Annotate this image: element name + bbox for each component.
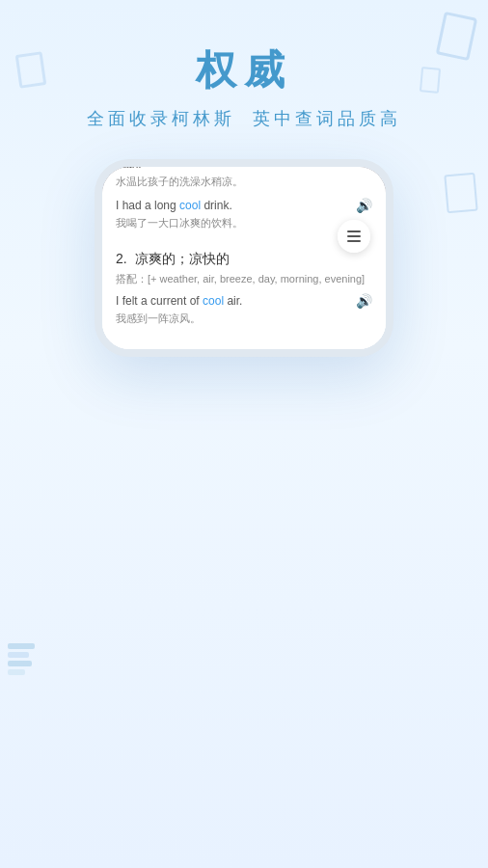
example-1-2: The water was slightly cooler than a chi… bbox=[116, 159, 372, 195]
example-1-3-zh: 我喝了一大口冰爽的饮料。 bbox=[116, 215, 348, 231]
example-2-1-en: I felt a current of cool air. bbox=[116, 292, 348, 310]
left-decoration bbox=[8, 643, 35, 675]
def-2-collocation: 搭配：[+ weather, air, breeze, day, morning… bbox=[116, 272, 372, 286]
menu-float-button[interactable] bbox=[338, 220, 370, 253]
card-overlay: 源自：《新世纪英汉大词典》 Collins 外研社 adj /kuːl/ 1. … bbox=[102, 159, 386, 349]
speaker-ex4-icon[interactable]: 🔊 bbox=[356, 293, 372, 309]
example-2-1-zh: 我感到一阵凉风。 bbox=[116, 311, 348, 327]
example-1-3-en: I had a long cool drink. bbox=[116, 197, 348, 214]
example-1-2-en: The water was slightly cooler than a chi… bbox=[116, 159, 348, 173]
sub-title: 全面收录柯林斯 英中查词品质高 bbox=[0, 107, 488, 130]
main-title: 权威 bbox=[0, 43, 488, 97]
phone-frame: 中国移动 📶 13:36 🔒 ✦ ‹ 🔍 cool 英 [kuːl] bbox=[95, 159, 393, 357]
definition-2: 2. 凉爽的；凉快的 搭配：[+ weather, air, breeze, d… bbox=[102, 247, 386, 342]
phone-mockup: 中国移动 📶 13:36 🔒 ✦ ‹ 🔍 cool 英 [kuːl] bbox=[0, 159, 488, 357]
example-1-3: I had a long cool drink. 我喝了一大口冰爽的饮料。 🔊 bbox=[116, 197, 372, 237]
dictionary-content: adj /kuːl/ 1. 凉快的；凉的 搭配：[+ place, drink] bbox=[102, 159, 386, 349]
top-section: 权威 全面收录柯林斯 英中查词品质高 bbox=[0, 0, 488, 149]
speaker-ex3-icon[interactable]: 🔊 bbox=[356, 198, 372, 213]
def-2-heading: 2. 凉爽的；凉快的 bbox=[116, 251, 372, 268]
example-2-1: I felt a current of cool air. 我感到一阵凉风。 🔊 bbox=[116, 292, 372, 333]
example-1-2-zh: 水温比孩子的洗澡水稍凉。 bbox=[116, 174, 348, 190]
